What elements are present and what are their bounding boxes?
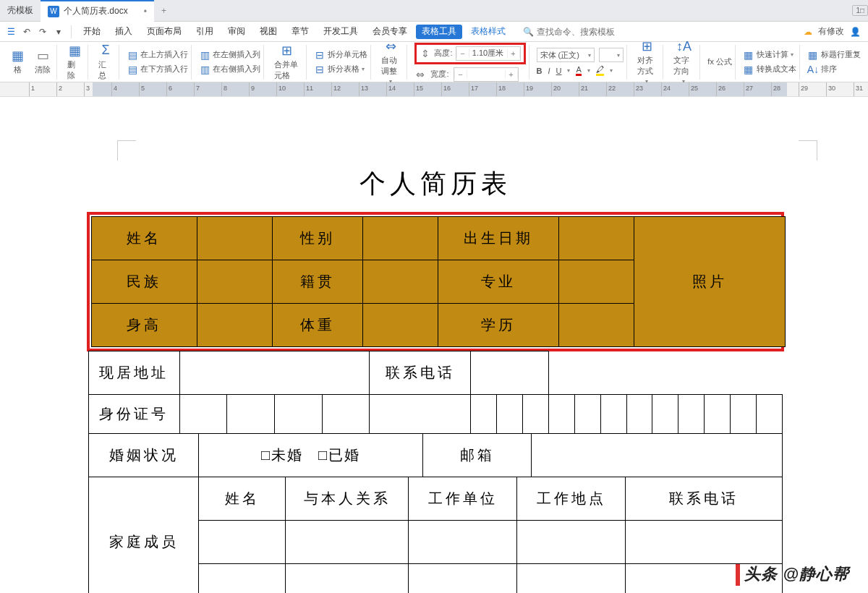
menu-pagelayout[interactable]: 页面布局: [140, 22, 189, 42]
undo-button[interactable]: ↶: [19, 24, 35, 40]
ribbon: ▦格 ▭清除 ▦删除 Σ汇总 ▤在上方插入行 ▤在下方插入行 ▥在左侧插入列 ▥…: [0, 42, 868, 82]
collab-icon[interactable]: 👤: [850, 27, 861, 37]
cloud-sync-icon[interactable]: ☁: [804, 27, 812, 37]
menu-table-style[interactable]: 表格样式: [464, 22, 513, 42]
menu-view[interactable]: 视图: [252, 22, 284, 42]
menu-devtools[interactable]: 开发工具: [316, 22, 365, 42]
document-canvas[interactable]: 个人简历表 姓名 性别 出生日期 照片 民族籍贯专业 身高体重学历 现居地址: [0, 97, 868, 593]
font-family-select[interactable]: 宋体 (正文)▾: [537, 48, 595, 62]
pending-changes[interactable]: 有修改: [818, 25, 844, 38]
formula-button[interactable]: fx 公式: [707, 56, 732, 67]
resume-table-body[interactable]: 现居地址 联系电话 身份证号: [88, 351, 783, 434]
tab-document[interactable]: W 个人简历表.docx •: [41, 0, 154, 22]
save-button[interactable]: ☰: [3, 24, 19, 40]
repeat-header-button[interactable]: ▦标题行重复: [807, 49, 861, 61]
menu-table-tools[interactable]: 表格工具: [416, 25, 462, 39]
window-indicator[interactable]: 1□: [852, 5, 868, 16]
menu-insert[interactable]: 插入: [108, 22, 140, 42]
selection-highlight: 姓名 性别 出生日期 照片 民族籍贯专业 身高体重学历: [87, 212, 784, 351]
delete-button[interactable]: ▦删除: [64, 43, 85, 81]
table-row[interactable]: 身份证号: [89, 395, 783, 434]
font-color-button[interactable]: A: [576, 65, 581, 76]
font-size-select[interactable]: ▾: [599, 48, 624, 62]
fast-calc-button[interactable]: ▦快速计算▾: [743, 49, 793, 61]
menu-chapter[interactable]: 章节: [284, 22, 316, 42]
italic-button[interactable]: I: [548, 67, 550, 75]
tab-templates[interactable]: 壳模板: [0, 0, 41, 22]
row-height-group: ⇕ 高度: − 1.10厘米 +: [414, 43, 525, 64]
ruler[interactable]: [0, 82, 868, 97]
resume-table-family[interactable]: 家庭成员 姓名 与本人关系 工作单位 工作地点 联系电话: [88, 477, 783, 593]
height-input[interactable]: − 1.10厘米 +: [456, 46, 521, 61]
command-search[interactable]: 🔍: [523, 27, 639, 37]
tab-dropdown-icon[interactable]: •: [144, 7, 147, 17]
insert-row-above[interactable]: ▤在上方插入行: [127, 49, 188, 61]
width-input[interactable]: − +: [454, 67, 519, 82]
split-table[interactable]: ⊟拆分表格▾: [314, 64, 365, 75]
align-button[interactable]: ⊞对齐方式▾: [634, 39, 660, 85]
page: 个人简历表 姓名 性别 出生日期 照片 民族籍贯专业 身高体重学历 现居地址: [52, 97, 819, 593]
insert-row-below[interactable]: ▤在下方插入行: [127, 64, 188, 75]
search-icon: 🔍: [523, 27, 534, 37]
resume-table-body2[interactable]: 婚姻状况 □未婚 □已婚 邮箱: [88, 433, 783, 477]
separator: [71, 25, 72, 38]
merge-cells[interactable]: ⊞合并单元格: [271, 43, 303, 81]
table-row[interactable]: 家庭成员 姓名 与本人关系 工作单位 工作地点 联系电话: [89, 477, 783, 521]
clear-button[interactable]: ▭清除: [32, 48, 54, 75]
tab-add[interactable]: +: [154, 0, 176, 22]
summary-button[interactable]: Σ汇总: [95, 43, 116, 81]
margin-marker-left: [117, 140, 136, 161]
table-row[interactable]: 现居地址 联系电话: [89, 351, 783, 395]
redo-button[interactable]: ↷: [35, 24, 51, 40]
width-icon: ⇔: [414, 69, 426, 80]
menu-start[interactable]: 开始: [76, 22, 108, 42]
doc-icon: W: [48, 6, 59, 17]
height-value[interactable]: 1.10厘米: [469, 48, 507, 59]
col-width-group: ⇔ 宽度: − +: [414, 67, 525, 82]
document-title[interactable]: 个人简历表: [52, 166, 819, 202]
insert-col-right[interactable]: ▥在右侧插入列: [199, 64, 260, 75]
height-decrease[interactable]: −: [456, 49, 469, 58]
table-style-button[interactable]: ▦格: [7, 48, 27, 75]
height-increase[interactable]: +: [507, 49, 520, 58]
table-row[interactable]: 婚姻状况 □未婚 □已婚 邮箱: [89, 434, 783, 477]
search-input[interactable]: [537, 27, 624, 37]
split-cell[interactable]: ⊟拆分单元格: [314, 49, 367, 61]
highlight-button[interactable]: 🖍: [596, 65, 604, 76]
menubar: ☰ ↶ ↷ ▾ 开始 插入 页面布局 引用 审阅 视图 章节 开发工具 会员专享…: [0, 22, 868, 42]
convert-text-button[interactable]: ▦转换成文本: [743, 64, 796, 75]
width-decrease[interactable]: −: [454, 70, 467, 79]
underline-button[interactable]: U: [556, 67, 562, 75]
bold-button[interactable]: B: [537, 67, 542, 75]
resume-table-selected[interactable]: 姓名 性别 出生日期 照片 民族籍贯专业 身高体重学历: [91, 216, 786, 347]
text-direction-button[interactable]: ↕A文字方向▾: [671, 39, 697, 85]
menu-reference[interactable]: 引用: [189, 22, 221, 42]
height-label: 高度:: [434, 48, 452, 59]
table-row[interactable]: 姓名 性别 出生日期 照片: [92, 217, 786, 260]
quick-dropdown[interactable]: ▾: [51, 24, 67, 40]
insert-col-left[interactable]: ▥在左侧插入列: [199, 49, 260, 61]
margin-marker-right: [799, 140, 817, 161]
width-label: 宽度:: [430, 69, 448, 80]
watermark: 头条 @静心帮: [736, 563, 849, 586]
width-increase[interactable]: +: [505, 70, 518, 79]
sort-button[interactable]: A↓排序: [807, 64, 837, 75]
titlebar: 壳模板 W 个人简历表.docx • + 1□: [0, 0, 868, 22]
height-icon: ⇕: [420, 48, 431, 59]
menu-review[interactable]: 审阅: [221, 22, 252, 42]
document-filename: 个人简历表.docx: [64, 5, 128, 17]
autofit-button[interactable]: ⇔自动调整▾: [378, 39, 404, 85]
